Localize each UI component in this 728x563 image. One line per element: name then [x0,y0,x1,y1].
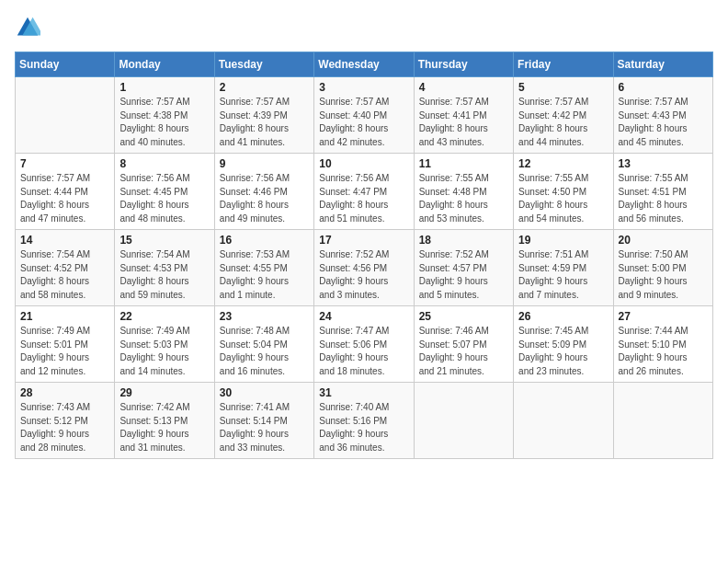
calendar-cell: 14Sunrise: 7:54 AM Sunset: 4:52 PM Dayli… [16,230,115,306]
day-info: Sunrise: 7:44 AM Sunset: 5:10 PM Dayligh… [619,325,708,378]
day-number: 11 [419,157,508,170]
day-number: 13 [619,157,708,170]
calendar-cell [613,383,712,459]
weekday-header: Monday [115,52,214,77]
calendar-cell: 31Sunrise: 7:40 AM Sunset: 5:16 PM Dayli… [314,383,414,459]
weekday-header: Friday [514,52,613,77]
calendar-cell: 22Sunrise: 7:49 AM Sunset: 5:03 PM Dayli… [115,306,214,383]
day-number: 4 [419,81,508,94]
day-info: Sunrise: 7:54 AM Sunset: 4:53 PM Dayligh… [119,248,209,302]
calendar-table: SundayMondayTuesdayWednesdayThursdayFrid… [15,52,713,459]
day-info: Sunrise: 7:55 AM Sunset: 4:50 PM Dayligh… [518,172,608,225]
weekday-header-row: SundayMondayTuesdayWednesdayThursdayFrid… [16,52,713,77]
day-number: 26 [518,310,608,323]
day-number: 25 [419,310,508,323]
calendar-cell: 30Sunrise: 7:41 AM Sunset: 5:14 PM Dayli… [214,383,313,459]
calendar-cell: 2Sunrise: 7:57 AM Sunset: 4:39 PM Daylig… [214,77,313,154]
day-info: Sunrise: 7:52 AM Sunset: 4:56 PM Dayligh… [319,248,408,302]
day-number: 27 [619,310,708,323]
day-info: Sunrise: 7:54 AM Sunset: 4:52 PM Dayligh… [20,248,109,302]
calendar-cell: 8Sunrise: 7:56 AM Sunset: 4:45 PM Daylig… [115,154,214,230]
calendar-cell [16,77,115,154]
calendar-cell: 15Sunrise: 7:54 AM Sunset: 4:53 PM Dayli… [115,230,214,306]
calendar-cell: 25Sunrise: 7:46 AM Sunset: 5:07 PM Dayli… [414,306,513,383]
day-info: Sunrise: 7:40 AM Sunset: 5:16 PM Dayligh… [319,401,408,454]
day-info: Sunrise: 7:57 AM Sunset: 4:43 PM Dayligh… [619,96,708,149]
day-info: Sunrise: 7:57 AM Sunset: 4:41 PM Dayligh… [419,96,508,149]
calendar-cell: 26Sunrise: 7:45 AM Sunset: 5:09 PM Dayli… [514,306,613,383]
calendar-cell: 6Sunrise: 7:57 AM Sunset: 4:43 PM Daylig… [613,77,712,154]
day-number: 10 [319,157,408,170]
weekday-header: Sunday [16,52,115,77]
day-number: 7 [20,157,109,170]
calendar-cell: 11Sunrise: 7:55 AM Sunset: 4:48 PM Dayli… [414,154,513,230]
calendar-cell: 20Sunrise: 7:50 AM Sunset: 5:00 PM Dayli… [613,230,712,306]
day-number: 8 [119,157,209,170]
calendar-cell: 23Sunrise: 7:48 AM Sunset: 5:04 PM Dayli… [214,306,313,383]
day-number: 17 [319,234,408,247]
weekday-header: Tuesday [214,52,313,77]
day-number: 3 [319,81,408,94]
calendar-cell: 28Sunrise: 7:43 AM Sunset: 5:12 PM Dayli… [16,383,115,459]
weekday-header: Saturday [613,52,712,77]
calendar-cell: 9Sunrise: 7:56 AM Sunset: 4:46 PM Daylig… [214,154,313,230]
calendar-cell: 4Sunrise: 7:57 AM Sunset: 4:41 PM Daylig… [414,77,513,154]
day-info: Sunrise: 7:45 AM Sunset: 5:09 PM Dayligh… [518,325,608,378]
calendar-week-row: 21Sunrise: 7:49 AM Sunset: 5:01 PM Dayli… [16,306,713,383]
day-number: 6 [619,81,708,94]
day-number: 20 [619,234,708,247]
page-header [15,15,713,40]
day-info: Sunrise: 7:41 AM Sunset: 5:14 PM Dayligh… [220,401,309,454]
day-number: 30 [220,386,309,399]
calendar-cell: 12Sunrise: 7:55 AM Sunset: 4:50 PM Dayli… [514,154,613,230]
day-info: Sunrise: 7:47 AM Sunset: 5:06 PM Dayligh… [319,325,408,378]
day-info: Sunrise: 7:57 AM Sunset: 4:39 PM Dayligh… [220,96,309,149]
calendar-cell: 1Sunrise: 7:57 AM Sunset: 4:38 PM Daylig… [115,77,214,154]
calendar-week-row: 14Sunrise: 7:54 AM Sunset: 4:52 PM Dayli… [16,230,713,306]
weekday-header: Thursday [414,52,513,77]
day-info: Sunrise: 7:48 AM Sunset: 5:04 PM Dayligh… [220,325,309,378]
day-info: Sunrise: 7:57 AM Sunset: 4:44 PM Dayligh… [20,172,109,225]
day-info: Sunrise: 7:56 AM Sunset: 4:45 PM Dayligh… [119,172,209,225]
day-number: 28 [20,386,109,399]
calendar-cell [414,383,513,459]
calendar-cell: 19Sunrise: 7:51 AM Sunset: 4:59 PM Dayli… [514,230,613,306]
day-number: 16 [220,234,309,247]
calendar-week-row: 7Sunrise: 7:57 AM Sunset: 4:44 PM Daylig… [16,154,713,230]
calendar-cell: 5Sunrise: 7:57 AM Sunset: 4:42 PM Daylig… [514,77,613,154]
day-info: Sunrise: 7:55 AM Sunset: 4:48 PM Dayligh… [419,172,508,225]
calendar-cell: 21Sunrise: 7:49 AM Sunset: 5:01 PM Dayli… [16,306,115,383]
calendar-cell: 17Sunrise: 7:52 AM Sunset: 4:56 PM Dayli… [314,230,414,306]
day-number: 2 [220,81,309,94]
day-number: 22 [119,310,209,323]
day-number: 1 [119,81,209,94]
day-info: Sunrise: 7:56 AM Sunset: 4:46 PM Dayligh… [220,172,309,225]
day-number: 5 [518,81,608,94]
day-number: 14 [20,234,109,247]
calendar-cell: 29Sunrise: 7:42 AM Sunset: 5:13 PM Dayli… [115,383,214,459]
day-info: Sunrise: 7:42 AM Sunset: 5:13 PM Dayligh… [119,401,209,454]
weekday-header: Wednesday [314,52,414,77]
day-number: 15 [119,234,209,247]
logo [15,15,44,40]
calendar-cell: 7Sunrise: 7:57 AM Sunset: 4:44 PM Daylig… [16,154,115,230]
day-number: 19 [518,234,608,247]
day-number: 18 [419,234,508,247]
day-info: Sunrise: 7:57 AM Sunset: 4:42 PM Dayligh… [518,96,608,149]
calendar-cell: 13Sunrise: 7:55 AM Sunset: 4:51 PM Dayli… [613,154,712,230]
day-info: Sunrise: 7:56 AM Sunset: 4:47 PM Dayligh… [319,172,408,225]
calendar-cell [514,383,613,459]
day-info: Sunrise: 7:55 AM Sunset: 4:51 PM Dayligh… [619,172,708,225]
calendar-week-row: 1Sunrise: 7:57 AM Sunset: 4:38 PM Daylig… [16,77,713,154]
day-info: Sunrise: 7:57 AM Sunset: 4:40 PM Dayligh… [319,96,408,149]
day-number: 23 [220,310,309,323]
day-number: 21 [20,310,109,323]
calendar-cell: 16Sunrise: 7:53 AM Sunset: 4:55 PM Dayli… [214,230,313,306]
day-number: 29 [119,386,209,399]
day-info: Sunrise: 7:57 AM Sunset: 4:38 PM Dayligh… [119,96,209,149]
logo-icon [15,15,40,40]
day-info: Sunrise: 7:53 AM Sunset: 4:55 PM Dayligh… [220,248,309,302]
day-info: Sunrise: 7:51 AM Sunset: 4:59 PM Dayligh… [518,248,608,302]
calendar-cell: 18Sunrise: 7:52 AM Sunset: 4:57 PM Dayli… [414,230,513,306]
calendar-cell: 3Sunrise: 7:57 AM Sunset: 4:40 PM Daylig… [314,77,414,154]
